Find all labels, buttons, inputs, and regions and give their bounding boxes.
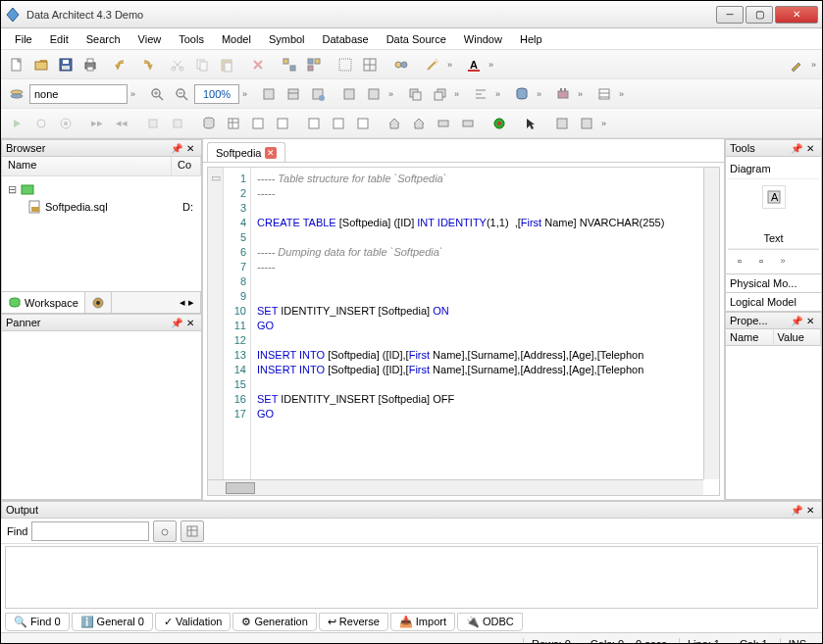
font-color-button[interactable]: A (462, 53, 486, 76)
undo-button[interactable] (110, 53, 133, 76)
close-button[interactable]: ✕ (775, 6, 818, 24)
db-e-button[interactable] (362, 82, 386, 106)
tool-text-icon[interactable]: A (762, 185, 786, 209)
toolbar-2-more-2[interactable]: » (452, 89, 461, 99)
end-b-button[interactable] (575, 112, 598, 135)
grid-6-button[interactable] (351, 112, 375, 135)
find-input[interactable] (31, 521, 149, 541)
grid-a-button[interactable] (334, 53, 357, 76)
pause-a-button[interactable] (141, 112, 165, 135)
plugin-button[interactable] (551, 82, 575, 106)
rewind-button[interactable]: ◂◂ (110, 112, 133, 135)
cylinder-button[interactable] (197, 112, 221, 135)
browser-tab-nav[interactable]: ◂ ▸ (174, 292, 201, 313)
output-close-button[interactable]: ✕ (803, 503, 817, 517)
db-b-button[interactable] (282, 82, 305, 106)
doc-tab-close-icon[interactable]: ✕ (265, 147, 277, 159)
db-a-button[interactable] (257, 82, 281, 106)
tool-cat-diagram[interactable]: Diagram (728, 159, 819, 179)
toolbar-2-more-1[interactable]: » (386, 89, 395, 99)
browser-tab-workspace[interactable]: Workspace (2, 292, 85, 313)
toolbar-1-more[interactable]: » (445, 60, 454, 70)
menu-help[interactable]: Help (512, 31, 550, 47)
grid-1-button[interactable] (222, 112, 245, 135)
toolbar-3-more[interactable]: » (599, 119, 608, 128)
menu-view[interactable]: View (130, 31, 170, 47)
layer-select-more[interactable]: » (129, 89, 137, 99)
output-tab-odbc[interactable]: 🔌ODBC (457, 613, 523, 631)
print-button[interactable] (78, 53, 102, 76)
panner-pin-button[interactable]: 📌 (170, 316, 183, 329)
browser-tab-other[interactable] (85, 292, 112, 313)
tools-close-button[interactable]: ✕ (803, 141, 817, 155)
output-tab-find[interactable]: 🔍Find 0 (5, 613, 70, 631)
open-file-button[interactable] (29, 53, 53, 76)
new-file-button[interactable] (5, 53, 28, 76)
stack-b-button[interactable] (428, 82, 451, 106)
redo-button[interactable] (134, 53, 158, 76)
zoom-more[interactable]: » (240, 89, 249, 99)
toolbar-2-more-6[interactable]: » (617, 89, 626, 99)
menu-data-source[interactable]: Data Source (379, 31, 454, 47)
pointer-button[interactable] (519, 112, 542, 135)
tool-a-button[interactable] (278, 53, 301, 76)
misc-b-button[interactable] (456, 112, 480, 135)
brush-button[interactable] (785, 53, 808, 76)
list-physical-model[interactable]: Physical Mo... (725, 274, 822, 293)
panner-close-button[interactable]: ✕ (183, 316, 197, 329)
list-logical-model[interactable]: Logical Model (725, 293, 822, 312)
editor-hscrollbar[interactable] (208, 479, 703, 495)
layer-select[interactable]: none (29, 84, 128, 104)
grid-4-button[interactable] (302, 112, 326, 135)
minimize-button[interactable]: ─ (716, 6, 744, 24)
stack-a-button[interactable] (403, 82, 427, 106)
menu-window[interactable]: Window (456, 31, 510, 47)
code-editor[interactable]: ▭ 1234567891011121314151617 ----- Table … (207, 167, 720, 496)
zoom-in-button[interactable] (145, 82, 169, 106)
tool-small-a[interactable]: ▫ (730, 252, 749, 270)
forward-button[interactable]: ▸▸ (85, 112, 109, 135)
output-tab-general[interactable]: ℹ️General 0 (72, 613, 153, 631)
browser-col-co[interactable]: Co (172, 157, 201, 175)
prop-col-value[interactable]: Value (774, 329, 822, 345)
home-b-button[interactable] (407, 112, 431, 135)
grid-5-button[interactable] (327, 112, 350, 135)
zoom-level[interactable]: 100% (194, 84, 239, 104)
misc-a-button[interactable] (432, 112, 455, 135)
table-button[interactable] (592, 82, 616, 106)
grid-b-button[interactable] (358, 53, 382, 76)
menu-symbol[interactable]: Symbol (261, 31, 313, 47)
props-pin-button[interactable]: 📌 (790, 314, 803, 327)
output-tab-reverse[interactable]: ↩Reverse (319, 613, 388, 631)
delete-button[interactable] (246, 53, 270, 76)
tool-cat-text[interactable]: Text (728, 228, 819, 249)
step-button[interactable] (54, 112, 77, 135)
browser-close-button[interactable]: ✕ (183, 141, 197, 155)
tree-root[interactable]: ⊟ (6, 180, 197, 198)
doc-tab-softpedia[interactable]: Softpedia ✕ (207, 142, 285, 162)
output-tab-import[interactable]: 📥Import (390, 613, 455, 631)
toolbar-2-more-4[interactable]: » (535, 89, 543, 99)
tree-file[interactable]: Softpedia.sql D: (6, 198, 197, 216)
home-a-button[interactable] (383, 112, 406, 135)
stop-button[interactable] (29, 112, 53, 135)
output-tab-validation[interactable]: ✓Validation (155, 613, 231, 631)
menu-edit[interactable]: Edit (42, 31, 77, 47)
db-c-button[interactable] (306, 82, 330, 106)
db-d-button[interactable] (337, 82, 361, 106)
tools-pin-button[interactable]: 📌 (790, 141, 803, 155)
output-pin-button[interactable]: 📌 (790, 503, 803, 517)
output-tab-generation[interactable]: ⚙Generation (232, 613, 316, 631)
play-button[interactable] (5, 112, 28, 135)
tree-collapse-icon[interactable]: ⊟ (6, 183, 18, 196)
record-button[interactable] (488, 112, 511, 135)
prop-col-name[interactable]: Name (726, 329, 774, 345)
menu-file[interactable]: File (7, 31, 40, 47)
tool-small-b[interactable]: ▫ (751, 252, 771, 270)
props-close-button[interactable]: ✕ (803, 314, 817, 327)
paste-button[interactable] (215, 53, 238, 76)
save-button[interactable] (54, 53, 77, 76)
breakpoint-gutter[interactable]: ▭ (208, 168, 224, 495)
grid-3-button[interactable] (271, 112, 294, 135)
tool-b-button[interactable] (302, 53, 326, 76)
